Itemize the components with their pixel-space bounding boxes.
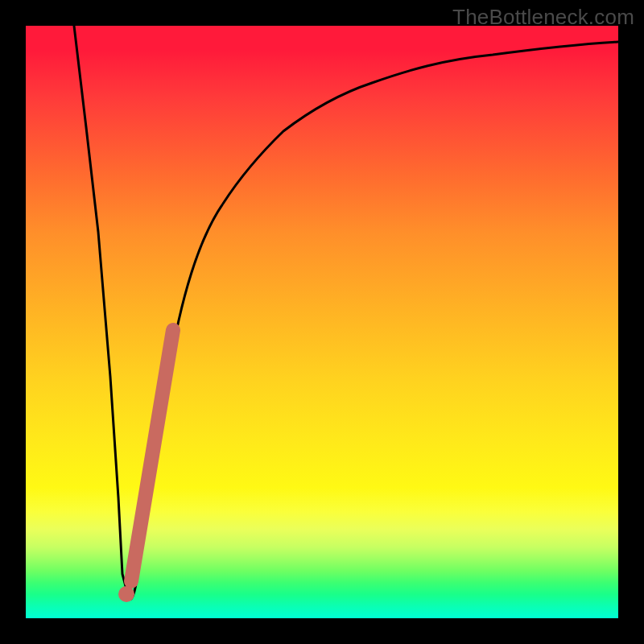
bottleneck-curve [74,26,618,599]
highlight-dot [118,586,134,602]
highlight-segment [131,330,173,581]
chart-svg [26,26,618,618]
chart-frame: TheBottleneck.com [0,0,644,644]
plot-area [26,26,618,618]
